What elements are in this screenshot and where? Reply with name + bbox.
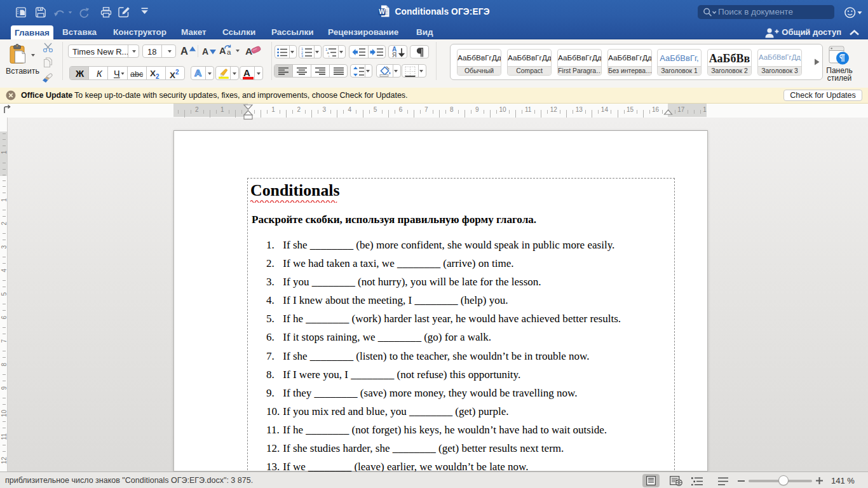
svg-text:W: W [379, 8, 386, 15]
svg-text:i: i [329, 55, 329, 58]
svg-text:3: 3 [301, 54, 303, 57]
